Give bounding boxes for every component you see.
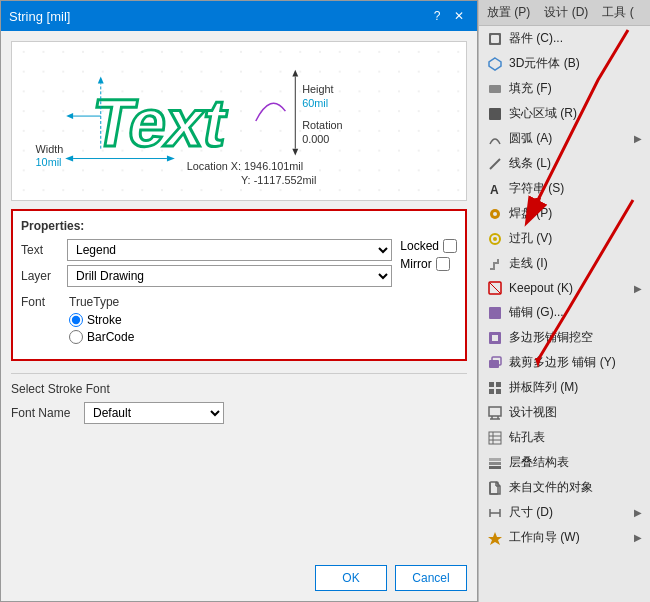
menu-item-file-obj[interactable]: 来自文件的对象 [479, 475, 650, 500]
svg-marker-24 [489, 58, 501, 70]
menu-label-solid: 实心区域 (R) [509, 105, 577, 122]
menu-label-array: 拼板阵列 (M) [509, 379, 578, 396]
dimension-icon [487, 505, 503, 521]
menu-topbar-item-2[interactable]: 工具 ( [600, 3, 635, 22]
stack-icon [487, 455, 503, 471]
svg-rect-23 [491, 35, 499, 43]
close-button[interactable]: ✕ [449, 7, 469, 25]
font-name-select[interactable]: Default [84, 402, 224, 424]
menu-item-via[interactable]: 过孔 (V) [479, 226, 650, 251]
svg-rect-54 [489, 466, 501, 469]
menu-item-line[interactable]: 线条 (L) [479, 151, 650, 176]
svg-rect-38 [489, 360, 499, 368]
menu-label-3d: 3D元件体 (B) [509, 55, 580, 72]
cutout-icon [487, 330, 503, 346]
locked-checkbox[interactable] [443, 239, 457, 253]
menu-topbar: 放置 (P) 设计 (D) 工具 ( [479, 0, 650, 26]
menu-item-component[interactable]: 器件 (C)... [479, 26, 650, 51]
layer-label: Layer [21, 269, 61, 283]
menu-item-arc[interactable]: 圆弧 (A) ▶ [479, 126, 650, 151]
svg-rect-35 [489, 307, 501, 319]
menu-label-component: 器件 (C)... [509, 30, 563, 47]
locked-row: Locked [400, 239, 457, 253]
cancel-button[interactable]: Cancel [395, 565, 467, 591]
menu-label-cutout: 多边形铺铜挖空 [509, 329, 593, 346]
menu-item-clip[interactable]: 裁剪多边形 铺铜 (Y) [479, 350, 650, 375]
mirror-checkbox[interactable] [436, 257, 450, 271]
properties-section: Properties: Text Legend Layer Drill Draw… [11, 209, 467, 361]
menu-item-array[interactable]: 拼板阵列 (M) [479, 375, 650, 400]
menu-topbar-item-0[interactable]: 放置 (P) [485, 3, 532, 22]
menu-item-dimension[interactable]: 尺寸 (D) ▶ [479, 500, 650, 525]
menu-item-design-view[interactable]: 设计视图 [479, 400, 650, 425]
component-icon [487, 31, 503, 47]
font-label: Font [21, 295, 61, 309]
stroke-radio[interactable] [69, 313, 83, 327]
barcode-label: BarCode [87, 330, 134, 344]
line-icon [487, 156, 503, 172]
3d-icon [487, 56, 503, 72]
svg-text:10mil: 10mil [36, 156, 62, 168]
menu-item-solid[interactable]: 实心区域 (R) [479, 101, 650, 126]
menu-label-file-obj: 来自文件的对象 [509, 479, 593, 496]
svg-text:Rotation: Rotation [302, 119, 342, 131]
text-label: Text [21, 243, 61, 257]
barcode-radio[interactable] [69, 330, 83, 344]
stroke-font-row: Font Name Default [11, 402, 467, 424]
menu-label-trace: 走线 (I) [509, 255, 548, 272]
svg-point-30 [493, 212, 497, 216]
layer-prop-row: Layer Drill Drawing [21, 265, 392, 287]
help-button[interactable]: ? [427, 7, 447, 25]
font-row: Font TrueType [21, 295, 457, 309]
font-value: TrueType [69, 295, 119, 309]
svg-rect-25 [489, 85, 501, 93]
button-row: OK Cancel [11, 557, 467, 591]
menu-item-copper[interactable]: 铺铜 (G)... [479, 300, 650, 325]
mirror-label: Mirror [400, 257, 431, 271]
svg-text:Location  X: 1946.101mil: Location X: 1946.101mil [187, 160, 304, 172]
titlebar-left: String [mil] [9, 9, 70, 24]
svg-text:Width: Width [36, 143, 64, 155]
mirror-row: Mirror [400, 257, 457, 271]
svg-rect-40 [489, 382, 494, 387]
svg-rect-52 [489, 458, 501, 461]
menu-item-3d[interactable]: 3D元件体 (B) [479, 51, 650, 76]
solid-region-icon [487, 106, 503, 122]
locked-label: Locked [400, 239, 439, 253]
menu-label-clip: 裁剪多边形 铺铜 (Y) [509, 354, 616, 371]
menu-label-keepout: Keepout (K) [509, 281, 573, 295]
trace-icon [487, 256, 503, 272]
svg-rect-44 [489, 407, 501, 416]
svg-rect-41 [496, 382, 501, 387]
text-select[interactable]: Legend [67, 239, 392, 261]
layer-select[interactable]: Drill Drawing [67, 265, 392, 287]
menu-item-cutout[interactable]: 多边形铺铜挖空 [479, 325, 650, 350]
svg-text:A: A [490, 183, 499, 196]
text-prop-row: Text Legend [21, 239, 392, 261]
string-dialog: String [mil] ? ✕ Width 10mil [0, 0, 478, 602]
svg-rect-2 [14, 42, 464, 200]
menu-item-wizard[interactable]: 工作向导 (W) ▶ [479, 525, 650, 550]
menu-item-keepout[interactable]: Keepout (K) ▶ [479, 276, 650, 300]
menu-label-pad: 焊盘 (P) [509, 205, 552, 222]
menu-item-text[interactable]: A 字符串 (S) [479, 176, 650, 201]
menu-label-drill: 钻孔表 [509, 429, 545, 446]
stroke-label: Stroke [87, 313, 122, 327]
menu-label-dimension: 尺寸 (D) [509, 504, 553, 521]
dimension-arrow: ▶ [634, 507, 642, 518]
menu-label-fill: 填充 (F) [509, 80, 552, 97]
menu-topbar-item-1[interactable]: 设计 (D) [542, 3, 590, 22]
menu-item-stack[interactable]: 层叠结构表 [479, 450, 650, 475]
menu-item-pad[interactable]: 焊盘 (P) [479, 201, 650, 226]
titlebar-controls: ? ✕ [427, 7, 469, 25]
menu-item-drill[interactable]: 钻孔表 [479, 425, 650, 450]
menu-item-trace[interactable]: 走线 (I) [479, 251, 650, 276]
menu-label-text: 字符串 (S) [509, 180, 564, 197]
ok-button[interactable]: OK [315, 565, 387, 591]
keepout-arrow: ▶ [634, 283, 642, 294]
menu-label-copper: 铺铜 (G)... [509, 304, 564, 321]
dialog-titlebar: String [mil] ? ✕ [1, 1, 477, 31]
clip-icon [487, 355, 503, 371]
menu-item-fill[interactable]: 填充 (F) [479, 76, 650, 101]
checkbox-group: Locked Mirror [400, 239, 457, 291]
